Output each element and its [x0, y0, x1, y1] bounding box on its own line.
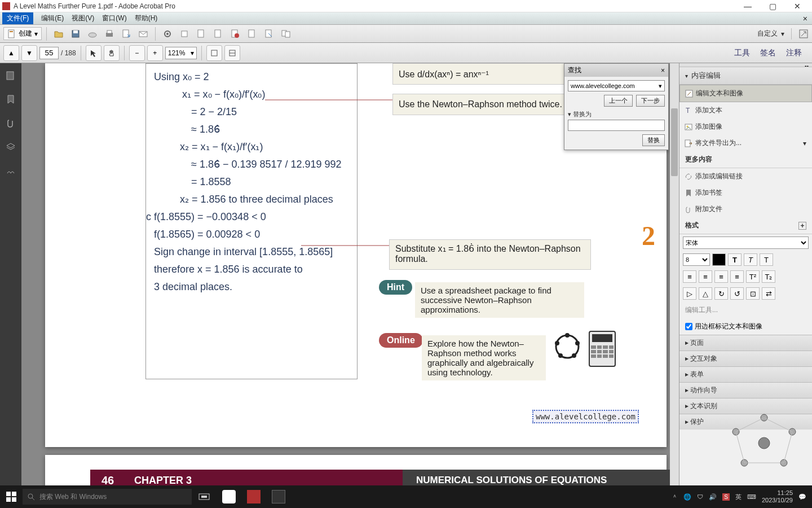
tool-add-bookmark[interactable]: 添加书签 [679, 185, 812, 201]
zoom-out-button[interactable]: − [129, 45, 145, 61]
annotate-tab[interactable]: 注释 [786, 48, 802, 58]
mark-with-box-checkbox[interactable]: 用边框标记文本和图像 [679, 318, 812, 335]
section-page[interactable]: ▸ 页面 [679, 335, 812, 351]
bookmarks-button[interactable] [3, 91, 19, 107]
vertical-scrollbar[interactable] [670, 63, 679, 508]
start-button[interactable] [0, 485, 23, 508]
tray-clock[interactable]: 11:25 2023/10/29 [762, 489, 793, 504]
tool-add-link[interactable]: 添加或编辑链接 [679, 168, 812, 185]
thumbnails-button[interactable] [3, 68, 19, 84]
find-dialog-header[interactable]: 查找 × [564, 64, 668, 77]
taskbar-search[interactable]: 搜索 Web 和 Windows [23, 489, 192, 505]
align-justify-button[interactable]: ≡ [730, 270, 744, 283]
font-size-select[interactable]: 8 [683, 253, 710, 266]
tray-volume-icon[interactable]: 🔊 [709, 493, 717, 501]
section-forms[interactable]: ▸ 表单 [679, 366, 812, 382]
italic-button[interactable]: T [744, 253, 757, 266]
tool-add-image[interactable]: 添加图像 [679, 119, 812, 135]
signatures-button[interactable] [3, 163, 19, 178]
next-page-button[interactable]: ▼ [21, 45, 37, 61]
find-prev-button[interactable]: 上一个 [604, 95, 633, 107]
rotate-cw-button[interactable]: ↻ [714, 287, 728, 300]
bold-button[interactable]: T [728, 253, 742, 266]
edit-tools-link[interactable]: 编辑工具... [679, 302, 812, 318]
menu-file[interactable]: 文件(F) [2, 12, 33, 24]
document-viewport[interactable]: Using x₀ = 2 x₁ = x₀ − f(x₀)/f′(x₀) = 2 … [21, 63, 679, 508]
flip-v-button[interactable]: △ [699, 287, 712, 300]
crop-button[interactable]: ⊡ [746, 287, 760, 300]
rotate-ccw-button[interactable]: ↺ [730, 287, 744, 300]
align-left-button[interactable]: ≡ [683, 270, 696, 283]
select-tool-button[interactable] [86, 45, 102, 61]
extract-button[interactable] [262, 27, 276, 41]
fit-width-button[interactable] [224, 45, 240, 61]
section-content-edit[interactable]: ▾内容编辑 [679, 67, 812, 85]
section-action-wizard[interactable]: ▸ 动作向导 [679, 382, 812, 398]
replace-button[interactable]: ⇄ [762, 287, 775, 300]
align-right-button[interactable]: ≡ [714, 270, 728, 283]
tray-input-icon[interactable]: ⌨ [747, 493, 756, 501]
selected-text-url[interactable]: www.alevelcollege.com [532, 410, 639, 423]
print-button[interactable] [102, 27, 117, 41]
section-text-recognition[interactable]: ▸ 文本识别 [679, 398, 812, 414]
replace-input[interactable] [568, 120, 665, 131]
taskbar-app-acrobat[interactable] [241, 485, 266, 508]
tool-export-file[interactable]: 将文件导出为...▾ [679, 135, 812, 151]
task-view-button[interactable] [192, 485, 217, 508]
zoom-select[interactable]: 121%▾ [165, 47, 197, 59]
tray-ime-icon[interactable]: S [722, 493, 730, 500]
underline-button[interactable]: T [760, 253, 773, 266]
close-window-button[interactable]: ✕ [785, 1, 810, 12]
attachments-button[interactable] [3, 115, 19, 131]
page-tool2-button[interactable] [211, 27, 226, 41]
tray-icon[interactable]: 🛡 [697, 493, 703, 500]
layers-button[interactable] [3, 139, 19, 155]
find-input[interactable]: www.alevelcollege.com ▾ [568, 80, 665, 91]
tools-tab[interactable]: 工具 [734, 48, 750, 58]
find-next-button[interactable]: 下一步 [636, 95, 665, 107]
delete-page-button[interactable] [228, 27, 242, 41]
cloud-button[interactable] [85, 27, 100, 41]
expand-icon[interactable] [798, 29, 809, 39]
tray-icon[interactable]: 🌐 [683, 493, 691, 501]
gear-tool-button[interactable] [160, 27, 175, 41]
flip-h-button[interactable]: ▷ [683, 287, 696, 300]
menu-edit[interactable]: 编辑(E) [41, 14, 64, 23]
save-as-button[interactable] [119, 27, 134, 41]
maximize-button[interactable]: ▢ [760, 1, 785, 12]
color-picker[interactable] [712, 253, 726, 266]
close-document-button[interactable]: × [803, 14, 807, 23]
replace-page-button[interactable] [279, 27, 293, 41]
page-number-input[interactable] [39, 47, 59, 59]
page-tool1-button[interactable] [194, 27, 209, 41]
tray-chevron-icon[interactable]: ＾ [672, 493, 678, 501]
find-dialog[interactable]: 查找 × www.alevelcollege.com ▾ 上一个 下一步 ▾ 替… [564, 63, 669, 150]
taskbar-app-3[interactable] [266, 485, 291, 508]
fit-page-button[interactable] [206, 45, 222, 61]
zoom-in-button[interactable]: + [147, 45, 163, 61]
scrollbar-thumb[interactable] [671, 108, 678, 176]
tool-attach-file[interactable]: 附加文件 [679, 201, 812, 217]
menu-help[interactable]: 帮助(H) [135, 14, 158, 23]
customize-dropdown[interactable]: 自定义 ▾ [757, 28, 809, 40]
save-button[interactable] [68, 27, 83, 41]
tray-notifications-icon[interactable]: 💬 [798, 493, 806, 501]
plus-icon[interactable]: + [798, 222, 806, 230]
prev-page-button[interactable]: ▲ [3, 45, 19, 61]
superscript-button[interactable]: T² [746, 270, 760, 283]
email-button[interactable] [136, 27, 151, 41]
menu-window[interactable]: 窗口(W) [102, 14, 126, 23]
sign-tab[interactable]: 签名 [760, 48, 776, 58]
menu-view[interactable]: 视图(V) [72, 14, 94, 23]
rotate-tool-button[interactable] [177, 27, 192, 41]
section-interactive[interactable]: ▸ 交互对象 [679, 351, 812, 366]
font-select[interactable]: 宋体 [683, 237, 809, 249]
tool-add-text[interactable]: T添加文本 [679, 102, 812, 119]
open-button[interactable] [51, 27, 66, 41]
minimize-button[interactable]: — [735, 1, 760, 12]
align-center-button[interactable]: ≡ [699, 270, 712, 283]
taskbar-app-1[interactable] [217, 485, 241, 508]
close-icon[interactable]: × [661, 67, 665, 75]
tool-edit-text-images[interactable]: 编辑文本和图像 [679, 85, 812, 102]
crop-button[interactable] [245, 27, 259, 41]
